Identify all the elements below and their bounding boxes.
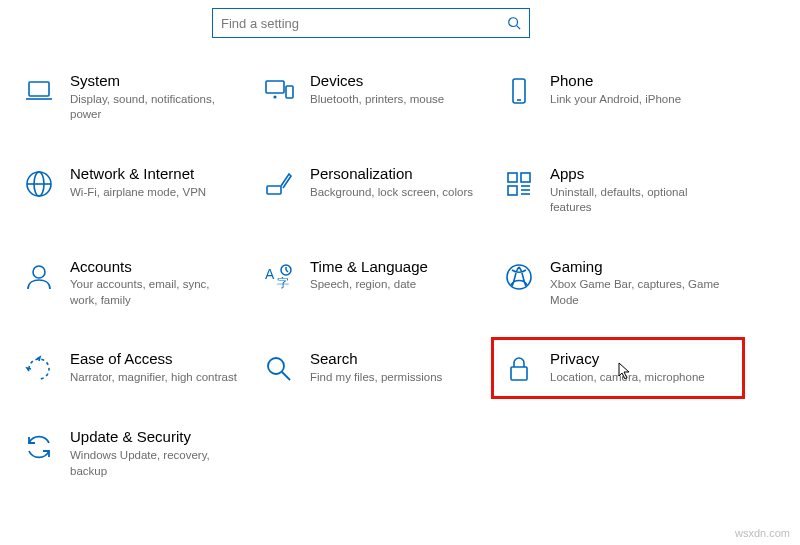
person-icon xyxy=(22,260,56,294)
xbox-icon xyxy=(502,260,536,294)
svg-rect-13 xyxy=(508,173,517,182)
tile-desc: Background, lock screen, colors xyxy=(310,185,480,201)
svg-rect-28 xyxy=(511,367,527,380)
tile-update-security[interactable]: Update & Security Windows Update, recove… xyxy=(18,422,258,485)
tile-title: Privacy xyxy=(550,350,726,369)
tile-apps[interactable]: Apps Uninstall, defaults, optional featu… xyxy=(498,159,738,222)
tile-privacy[interactable]: Privacy Location, camera, microphone xyxy=(498,344,738,392)
svg-rect-2 xyxy=(29,82,49,96)
tile-phone[interactable]: Phone Link your Android, iPhone xyxy=(498,66,738,129)
tile-title: Time & Language xyxy=(310,258,486,277)
svg-point-26 xyxy=(268,358,284,374)
tile-accounts[interactable]: Accounts Your accounts, email, sync, wor… xyxy=(18,252,258,315)
svg-rect-4 xyxy=(266,81,284,93)
svg-point-25 xyxy=(507,265,531,289)
svg-rect-15 xyxy=(508,186,517,195)
settings-grid: System Display, sound, notifications, po… xyxy=(0,66,800,485)
tile-texts: System Display, sound, notifications, po… xyxy=(70,72,246,123)
search-container xyxy=(212,8,530,38)
tile-title: Network & Internet xyxy=(70,165,246,184)
tile-title: Personalization xyxy=(310,165,486,184)
tile-desc: Wi-Fi, airplane mode, VPN xyxy=(70,185,240,201)
svg-point-0 xyxy=(509,18,518,27)
svg-line-27 xyxy=(282,372,290,380)
paintbrush-icon xyxy=(262,167,296,201)
update-icon xyxy=(22,430,56,464)
svg-line-24 xyxy=(286,270,288,272)
apps-icon xyxy=(502,167,536,201)
tile-desc: Find my files, permissions xyxy=(310,370,480,386)
search-input[interactable] xyxy=(217,16,507,31)
tile-search[interactable]: Search Find my files, permissions xyxy=(258,344,498,392)
tile-title: Update & Security xyxy=(70,428,246,447)
tile-system[interactable]: System Display, sound, notifications, po… xyxy=(18,66,258,129)
globe-icon xyxy=(22,167,56,201)
tile-texts: Accounts Your accounts, email, sync, wor… xyxy=(70,258,246,309)
lock-icon xyxy=(502,352,536,386)
tile-desc: Link your Android, iPhone xyxy=(550,92,720,108)
tile-title: Gaming xyxy=(550,258,726,277)
devices-icon xyxy=(262,74,296,108)
tile-time-language[interactable]: A字 Time & Language Speech, region, date xyxy=(258,252,498,315)
svg-text:A: A xyxy=(265,266,275,282)
tile-texts: Devices Bluetooth, printers, mouse xyxy=(310,72,486,107)
tile-title: Ease of Access xyxy=(70,350,246,369)
tile-desc: Xbox Game Bar, captures, Game Mode xyxy=(550,277,720,308)
tile-desc: Narrator, magnifier, high contrast xyxy=(70,370,240,386)
tile-texts: Time & Language Speech, region, date xyxy=(310,258,486,293)
search-icon xyxy=(507,16,521,30)
tile-ease-of-access[interactable]: Ease of Access Narrator, magnifier, high… xyxy=(18,344,258,392)
tile-texts: Privacy Location, camera, microphone xyxy=(550,350,726,385)
tile-desc: Display, sound, notifications, power xyxy=(70,92,240,123)
tile-desc: Bluetooth, printers, mouse xyxy=(310,92,480,108)
tile-texts: Search Find my files, permissions xyxy=(310,350,486,385)
tile-desc: Uninstall, defaults, optional features xyxy=(550,185,720,216)
watermark: wsxdn.com xyxy=(735,527,790,539)
tile-title: Accounts xyxy=(70,258,246,277)
tile-texts: Update & Security Windows Update, recove… xyxy=(70,428,246,479)
tile-title: Phone xyxy=(550,72,726,91)
tile-texts: Apps Uninstall, defaults, optional featu… xyxy=(550,165,726,216)
search-box[interactable] xyxy=(212,8,530,38)
svg-rect-14 xyxy=(521,173,530,182)
svg-text:字: 字 xyxy=(277,276,289,290)
tile-texts: Gaming Xbox Game Bar, captures, Game Mod… xyxy=(550,258,726,309)
tile-network[interactable]: Network & Internet Wi-Fi, airplane mode,… xyxy=(18,159,258,222)
tile-gaming[interactable]: Gaming Xbox Game Bar, captures, Game Mod… xyxy=(498,252,738,315)
svg-point-19 xyxy=(33,266,45,278)
tile-desc: Location, camera, microphone xyxy=(550,370,720,386)
svg-line-1 xyxy=(517,26,521,30)
svg-point-6 xyxy=(274,96,276,98)
tile-texts: Phone Link your Android, iPhone xyxy=(550,72,726,107)
tile-desc: Windows Update, recovery, backup xyxy=(70,448,240,479)
tile-texts: Network & Internet Wi-Fi, airplane mode,… xyxy=(70,165,246,200)
tile-desc: Your accounts, email, sync, work, family xyxy=(70,277,240,308)
svg-rect-5 xyxy=(286,86,293,98)
tile-title: Search xyxy=(310,350,486,369)
tile-title: System xyxy=(70,72,246,91)
tile-devices[interactable]: Devices Bluetooth, printers, mouse xyxy=(258,66,498,129)
tile-title: Devices xyxy=(310,72,486,91)
cursor-icon xyxy=(618,362,632,384)
tile-desc: Speech, region, date xyxy=(310,277,480,293)
tile-texts: Ease of Access Narrator, magnifier, high… xyxy=(70,350,246,385)
time-language-icon: A字 xyxy=(262,260,296,294)
tile-title: Apps xyxy=(550,165,726,184)
phone-icon xyxy=(502,74,536,108)
ease-of-access-icon xyxy=(22,352,56,386)
laptop-icon xyxy=(22,74,56,108)
tile-personalization[interactable]: Personalization Background, lock screen,… xyxy=(258,159,498,222)
svg-rect-12 xyxy=(267,186,281,194)
magnifier-icon xyxy=(262,352,296,386)
tile-texts: Personalization Background, lock screen,… xyxy=(310,165,486,200)
